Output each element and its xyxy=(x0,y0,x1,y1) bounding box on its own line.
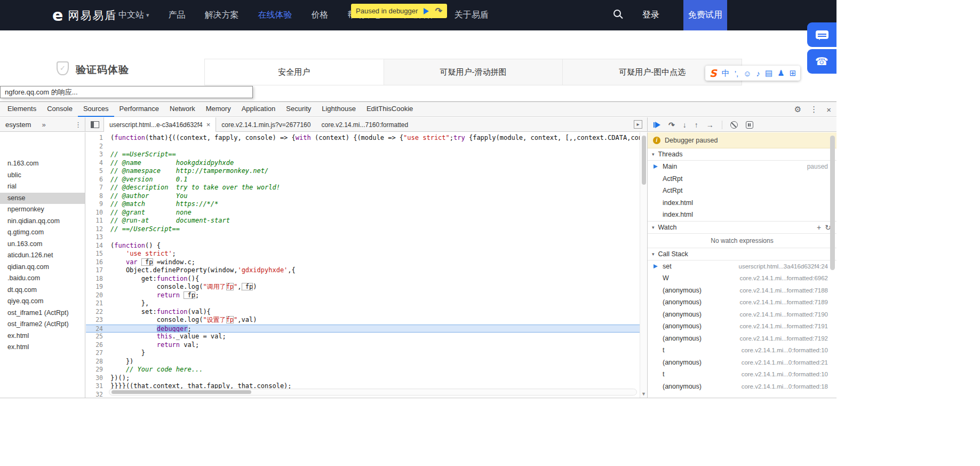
line-number[interactable]: 17 xyxy=(86,266,108,275)
navigator-file[interactable]: qiye.qq.com xyxy=(0,296,85,307)
scrollbar-thumb[interactable] xyxy=(111,390,251,394)
nav-item[interactable]: 中文站▾ xyxy=(118,10,149,21)
step-out-icon[interactable]: ↑ xyxy=(695,121,698,129)
devtools-tab-memory[interactable]: Memory xyxy=(201,102,236,117)
line-number[interactable]: 10 xyxy=(86,209,108,217)
line-number[interactable]: 26 xyxy=(86,341,108,350)
devtools-tab-lighthouse[interactable]: Lighthouse xyxy=(316,102,361,117)
watch-section-header[interactable]: ▾ Watch + ↻ xyxy=(648,222,836,234)
call-stack-frame[interactable]: Wcore.v2.14.1.mi...formatted:6962 xyxy=(648,272,836,285)
navigator-file[interactable]: qidian.qq.com xyxy=(0,262,85,273)
navigator-file[interactable]: un.163.com xyxy=(0,239,85,250)
thread-item[interactable]: ActRpt xyxy=(648,173,836,185)
sogou-logo-icon[interactable]: S xyxy=(710,67,717,79)
line-number[interactable]: 23 xyxy=(86,316,108,325)
editor-file-tab[interactable]: userscript.html...e-c3a416d632f4× xyxy=(103,117,216,132)
line-number[interactable]: 31 xyxy=(86,382,108,391)
line-number[interactable]: 25 xyxy=(86,333,108,341)
navigator-file[interactable]: q.gtimg.com xyxy=(0,227,85,239)
line-number[interactable]: 19 xyxy=(86,283,108,291)
thread-item[interactable]: index.html xyxy=(648,209,836,221)
skin-icon[interactable]: ♟ xyxy=(777,68,784,78)
line-number[interactable]: 2 xyxy=(86,143,108,151)
more-tabs-icon[interactable]: » xyxy=(42,121,45,129)
line-number[interactable]: 3 xyxy=(86,151,108,159)
close-icon[interactable]: × xyxy=(826,105,831,114)
nav-item[interactable]: 在线体验 xyxy=(258,10,292,21)
toolbox-icon[interactable]: ⊞ xyxy=(790,68,796,78)
emoji-icon[interactable]: ☺ xyxy=(743,69,751,78)
line-number[interactable]: 22 xyxy=(86,308,108,317)
devtools-tab-security[interactable]: Security xyxy=(281,102,316,117)
nav-item[interactable]: 价格 xyxy=(312,10,329,21)
step-over-icon[interactable]: ↷ xyxy=(668,121,675,129)
threads-section-header[interactable]: ▾ Threads xyxy=(648,148,836,161)
line-number[interactable]: 11 xyxy=(86,217,108,225)
editor-vertical-scrollbar[interactable]: ▼ xyxy=(640,132,647,398)
call-stack-frame[interactable]: (anonymous)core.v2.14.1.mi...formatted:7… xyxy=(648,320,836,333)
scroll-down-icon[interactable]: ▼ xyxy=(641,391,646,397)
nav-item[interactable]: 产品 xyxy=(169,10,186,21)
call-stack-frame[interactable]: setuserscript.html...3a416d632f4:24 xyxy=(648,260,836,273)
scrollbar-thumb[interactable] xyxy=(830,136,835,270)
line-number[interactable]: 8 xyxy=(86,192,108,201)
toggle-navigator-icon[interactable] xyxy=(91,121,99,128)
customer-service-chat-button[interactable] xyxy=(807,22,836,47)
devtools-tab-console[interactable]: Console xyxy=(42,102,78,117)
devtools-tab-application[interactable]: Application xyxy=(236,102,281,117)
scrollbar-thumb[interactable] xyxy=(642,136,646,185)
navigator-file[interactable]: nin.qidian.qq.com xyxy=(0,216,85,227)
sidebar-scrollbar[interactable] xyxy=(830,135,836,396)
navigator-file[interactable]: ex.html xyxy=(0,330,85,342)
navigator-file[interactable]: ex.html xyxy=(0,342,85,353)
devtools-tab-editthiscookie[interactable]: EditThisCookie xyxy=(361,102,418,117)
navigator-file[interactable]: sense xyxy=(0,193,85,204)
line-number[interactable]: 24 xyxy=(86,325,108,333)
navigator-file[interactable]: dt.qq.com xyxy=(0,285,85,296)
devtools-tab-network[interactable]: Network xyxy=(164,102,201,117)
devtools-tab-performance[interactable]: Performance xyxy=(114,102,164,117)
navigator-file[interactable]: ost_iframe2 (ActRpt) xyxy=(0,319,85,330)
navigator-file[interactable]: n.163.com xyxy=(0,158,85,170)
call-stack-frame[interactable]: (anonymous)core.v2.14.1.mi...formatted:7… xyxy=(648,309,836,321)
call-stack-section-header[interactable]: ▾ Call Stack xyxy=(648,248,836,260)
line-number[interactable]: 15 xyxy=(86,250,108,258)
line-number[interactable]: 28 xyxy=(86,358,108,366)
step-into-icon[interactable]: ↓ xyxy=(683,121,687,129)
gear-icon[interactable]: ⚙ xyxy=(794,105,801,114)
search-icon[interactable] xyxy=(614,10,621,17)
chinese-mode-icon[interactable]: 中 xyxy=(722,68,730,78)
call-stack-frame[interactable]: (anonymous)core.v2.14.1.mi...formatted:7… xyxy=(648,333,836,345)
close-icon[interactable]: × xyxy=(206,121,211,129)
nav-item[interactable]: 解决方案 xyxy=(205,10,239,21)
call-stack-frame[interactable]: (anonymous)core.v2.14.1.mi...0:formatted… xyxy=(648,381,836,393)
line-number[interactable]: 20 xyxy=(86,291,108,300)
thread-item[interactable]: Mainpaused xyxy=(648,161,836,173)
line-number[interactable]: 9 xyxy=(86,200,108,209)
line-number[interactable]: 21 xyxy=(86,299,108,308)
navigator-file[interactable]: ost_iframe1 (ActRpt) xyxy=(0,307,85,319)
call-stack-frame[interactable]: (anonymous)core.v2.14.1.mi...formatted:7… xyxy=(648,285,836,297)
punctuation-icon[interactable]: ’, xyxy=(735,69,739,78)
line-number[interactable]: 29 xyxy=(86,366,108,374)
resume-script-icon[interactable] xyxy=(655,122,660,128)
line-number[interactable]: 18 xyxy=(86,275,108,283)
line-number[interactable]: 5 xyxy=(86,167,108,176)
devtools-tab-sources[interactable]: Sources xyxy=(78,102,114,117)
line-number[interactable]: 13 xyxy=(86,233,108,242)
nav-item[interactable]: 关于易盾 xyxy=(455,10,489,21)
keyboard-icon[interactable]: ▤ xyxy=(765,68,772,78)
thread-item[interactable]: index.html xyxy=(648,197,836,209)
navigator-file[interactable]: npermonkey xyxy=(0,204,85,216)
call-stack-frame[interactable]: (anonymous)core.v2.14.1.mi...0:formatted… xyxy=(648,357,836,369)
navigator-file[interactable]: .baidu.com xyxy=(0,273,85,285)
line-number[interactable]: 12 xyxy=(86,225,108,234)
line-number[interactable]: 7 xyxy=(86,184,108,192)
line-number[interactable]: 32 xyxy=(86,391,108,398)
voice-input-icon[interactable]: ♪ xyxy=(756,69,761,78)
navigator-file[interactable]: aticdun.126.net xyxy=(0,250,85,262)
editor-file-tab[interactable]: core.v2.14.mi...7160:formatted xyxy=(316,117,413,132)
line-number[interactable]: 27 xyxy=(86,349,108,358)
login-link[interactable]: 登录 xyxy=(642,10,659,21)
line-number[interactable]: 4 xyxy=(86,159,108,168)
